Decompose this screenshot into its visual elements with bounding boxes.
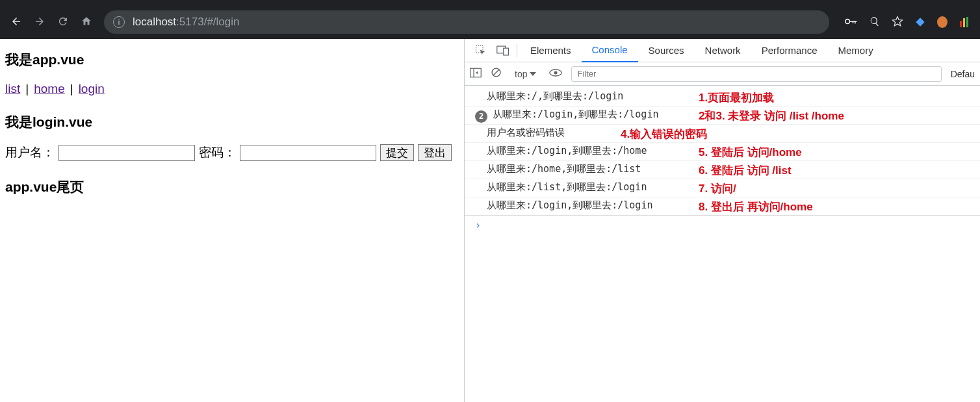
- tab-elements[interactable]: Elements: [520, 39, 582, 62]
- tab-sources[interactable]: Sources: [638, 39, 695, 62]
- svg-rect-6: [504, 48, 509, 55]
- page-content: 我是app.vue list | home | login 我是login.vu…: [0, 39, 464, 402]
- annotation: 2和3. 未登录 访问 /list /home: [699, 108, 844, 123]
- devtools-tabbar: Elements Console Sources Network Perform…: [465, 39, 980, 62]
- extension-diamond-icon[interactable]: [915, 17, 925, 27]
- extension-avatar-icon[interactable]: [937, 17, 948, 27]
- password-label: 密码：: [199, 144, 236, 161]
- svg-point-12: [554, 71, 558, 75]
- annotation: 5. 登陆后 访问/home: [699, 145, 802, 160]
- annotation: 7. 访问/: [699, 181, 736, 196]
- tab-performance[interactable]: Performance: [751, 39, 828, 62]
- nav-separator: |: [25, 82, 29, 96]
- tab-memory[interactable]: Memory: [828, 39, 884, 62]
- url-text: localhost:5173/#/login: [133, 16, 239, 29]
- login-heading: 我是login.vue: [5, 113, 459, 131]
- link-list[interactable]: list: [5, 82, 20, 96]
- console-row: 从哪里来:/list,到哪里去:/login 7. 访问/: [465, 179, 980, 197]
- username-label: 用户名：: [5, 144, 55, 161]
- svg-rect-2: [855, 21, 856, 23]
- context-selector[interactable]: top: [511, 68, 540, 81]
- nav-separator: |: [70, 82, 73, 96]
- console-toolbar: top Defau: [465, 62, 980, 86]
- submit-button[interactable]: 提交: [380, 144, 414, 161]
- search-icon[interactable]: [870, 16, 880, 29]
- live-expression-icon[interactable]: [549, 68, 562, 79]
- forward-icon[interactable]: [34, 16, 45, 29]
- console-row: 从哪里来:/login,到哪里去:/home 5. 登陆后 访问/home: [465, 143, 980, 161]
- app-heading: 我是app.vue: [5, 51, 459, 69]
- address-bar[interactable]: i localhost:5173/#/login: [104, 10, 829, 34]
- svg-line-10: [493, 69, 499, 75]
- devtools-panel: Elements Console Sources Network Perform…: [464, 39, 980, 402]
- svg-point-0: [845, 19, 850, 23]
- login-form: 用户名： 密码： 提交 登出: [5, 144, 459, 161]
- app-footer: app.vue尾页: [5, 178, 459, 196]
- console-output: 从哪里来:/,到哪里去:/login 1.页面最初加载 2 从哪里来:/logi…: [465, 86, 980, 402]
- tab-console[interactable]: Console: [582, 39, 638, 62]
- site-info-icon[interactable]: i: [113, 16, 125, 28]
- console-row: 从哪里来:/,到哪里去:/login 1.页面最初加载: [465, 88, 980, 107]
- console-row: 2 从哪里来:/login,到哪里去:/login 2和3. 未登录 访问 /l…: [465, 107, 980, 125]
- repeat-count-badge: 2: [475, 110, 487, 123]
- nav-icon-group: [5, 16, 97, 29]
- console-row: 从哪里来:/login,到哪里去:/login 8. 登出后 再访问/home: [465, 197, 980, 216]
- link-home[interactable]: home: [34, 82, 65, 96]
- back-icon[interactable]: [10, 16, 22, 29]
- logout-button[interactable]: 登出: [418, 144, 452, 161]
- home-icon[interactable]: [81, 16, 92, 29]
- toggle-sidebar-icon[interactable]: [470, 68, 482, 80]
- tab-strip: [0, 0, 980, 5]
- filter-input[interactable]: [571, 66, 941, 82]
- reload-icon[interactable]: [57, 16, 69, 29]
- inspect-element-icon[interactable]: [470, 45, 492, 57]
- console-prompt[interactable]: ›: [465, 216, 980, 235]
- username-input[interactable]: [58, 145, 195, 161]
- console-row: 从哪里来:/home,到哪里去:/list 6. 登陆后 访问 /list: [465, 161, 980, 179]
- svg-rect-3: [853, 21, 854, 23]
- browser-toolbar: i localhost:5173/#/login: [0, 5, 980, 39]
- password-input[interactable]: [240, 145, 376, 161]
- console-row: 用户名或密码错误 4.输入错误的密码: [465, 125, 980, 143]
- toolbar-right-group: [836, 16, 974, 29]
- router-nav: list | home | login: [5, 82, 459, 96]
- log-levels-selector[interactable]: Defau: [951, 69, 975, 79]
- annotation: 6. 登陆后 访问 /list: [699, 163, 792, 178]
- device-toolbar-icon[interactable]: [492, 45, 514, 56]
- extension-bars-icon[interactable]: [959, 17, 970, 27]
- bookmark-star-icon[interactable]: [892, 16, 903, 29]
- tab-network[interactable]: Network: [695, 39, 751, 62]
- clear-console-icon[interactable]: [491, 67, 502, 81]
- annotation: 4.输入错误的密码: [621, 127, 707, 142]
- password-key-icon[interactable]: [845, 17, 858, 28]
- link-login[interactable]: login: [79, 82, 105, 96]
- annotation: 8. 登出后 再访问/home: [699, 199, 813, 214]
- annotation: 1.页面最初加载: [699, 90, 774, 105]
